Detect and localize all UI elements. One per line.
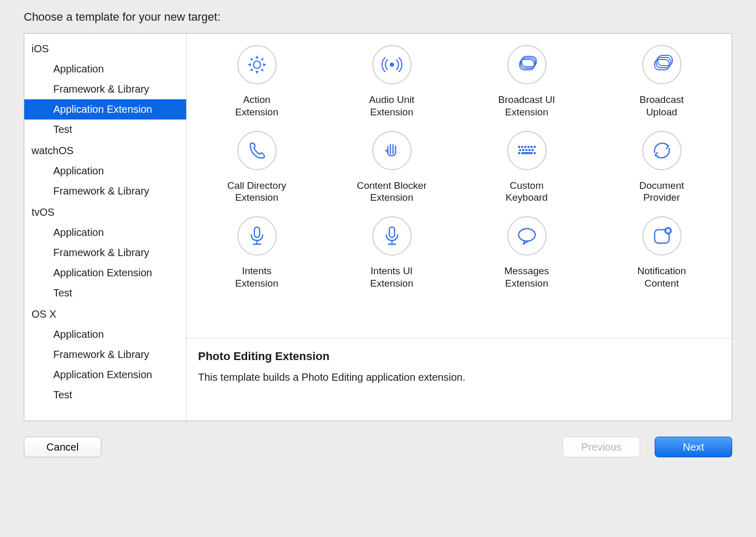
sidebar-group-label: tvOS bbox=[24, 201, 186, 222]
cancel-button[interactable]: Cancel bbox=[24, 437, 101, 457]
button-bar: Cancel Previous Next bbox=[24, 437, 732, 457]
sync-icon bbox=[642, 131, 682, 170]
sidebar-group-label: watchOS bbox=[24, 140, 186, 161]
template-item[interactable]: Broadcast UI Extension bbox=[462, 41, 592, 122]
sidebar-item[interactable]: Application bbox=[24, 59, 186, 79]
mic-icon bbox=[237, 216, 277, 256]
description-panel: Photo Editing Extension This template bu… bbox=[187, 338, 732, 421]
mic-icon bbox=[372, 216, 412, 256]
sidebar-item[interactable]: Framework & Library bbox=[24, 79, 186, 99]
template-label: Broadcast Upload bbox=[640, 94, 684, 118]
template-label: Intents Extension bbox=[235, 265, 278, 290]
template-item[interactable]: Custom Keyboard bbox=[462, 127, 592, 207]
description-body: This template builds a Photo Editing app… bbox=[198, 371, 720, 383]
sidebar-item[interactable]: Test bbox=[24, 120, 186, 140]
chat-icon bbox=[507, 216, 547, 256]
phone-icon bbox=[237, 131, 277, 170]
sidebar-item[interactable]: Application Extension bbox=[24, 99, 186, 120]
audio-icon bbox=[372, 45, 412, 84]
template-item[interactable]: Document Provider bbox=[597, 127, 727, 207]
sidebar-item[interactable]: Application bbox=[24, 222, 186, 243]
template-label: Document Provider bbox=[639, 180, 684, 204]
right-buttons: Previous Next bbox=[563, 437, 732, 457]
sidebar-item[interactable]: Framework & Library bbox=[24, 243, 186, 263]
template-label: Action Extension bbox=[235, 94, 278, 118]
template-chooser-sheet: Choose a template for your new target: i… bbox=[4, 0, 752, 533]
sidebar-item[interactable]: Framework & Library bbox=[24, 181, 186, 201]
template-label: Custom Keyboard bbox=[506, 180, 548, 204]
template-item[interactable]: Intents Extension bbox=[192, 212, 322, 293]
template-item[interactable]: Call Directory Extension bbox=[192, 127, 322, 207]
sheet-title: Choose a template for your new target: bbox=[4, 0, 752, 33]
template-item[interactable]: Action Extension bbox=[192, 41, 322, 122]
template-label: Intents UI Extension bbox=[370, 265, 413, 290]
main-area: Action ExtensionAudio Unit ExtensionBroa… bbox=[187, 34, 732, 421]
template-item[interactable]: Broadcast Upload bbox=[597, 41, 727, 122]
gear-icon bbox=[237, 45, 277, 84]
sidebar-item[interactable]: Application Extension bbox=[24, 263, 186, 283]
template-label: Content Blocker Extension bbox=[357, 180, 427, 204]
description-title: Photo Editing Extension bbox=[198, 350, 720, 363]
notification-icon bbox=[642, 216, 682, 256]
template-label: Messages Extension bbox=[504, 265, 549, 290]
broadcast-upload-icon bbox=[642, 45, 682, 84]
hand-icon bbox=[372, 131, 412, 170]
sidebar-item[interactable]: Framework & Library bbox=[24, 345, 186, 365]
broadcast-ui-icon bbox=[507, 45, 547, 84]
template-item[interactable]: Content Blocker Extension bbox=[327, 127, 457, 207]
template-item[interactable]: Intents UI Extension bbox=[327, 212, 457, 293]
template-item[interactable]: Messages Extension bbox=[462, 212, 592, 293]
previous-button: Previous bbox=[563, 437, 640, 457]
template-label: Notification Content bbox=[638, 265, 686, 290]
keyboard-icon bbox=[507, 131, 547, 170]
category-sidebar: iOSApplicationFramework & LibraryApplica… bbox=[24, 34, 187, 421]
template-label: Call Directory Extension bbox=[227, 180, 286, 204]
next-button[interactable]: Next bbox=[655, 437, 732, 457]
template-label: Audio Unit Extension bbox=[369, 94, 415, 118]
content-box: iOSApplicationFramework & LibraryApplica… bbox=[24, 33, 732, 421]
sidebar-item[interactable]: Application bbox=[24, 324, 186, 345]
template-label: Broadcast UI Extension bbox=[498, 94, 555, 118]
sidebar-group-label: iOS bbox=[24, 38, 186, 59]
sidebar-group-label: OS X bbox=[24, 303, 186, 324]
template-item[interactable]: Notification Content bbox=[597, 212, 727, 293]
sidebar-item[interactable]: Test bbox=[24, 385, 186, 405]
sidebar-item[interactable]: Test bbox=[24, 283, 186, 303]
sidebar-item[interactable]: Application bbox=[24, 161, 186, 181]
template-item[interactable]: Audio Unit Extension bbox=[327, 41, 457, 122]
template-grid: Action ExtensionAudio Unit ExtensionBroa… bbox=[187, 34, 732, 338]
sidebar-item[interactable]: Application Extension bbox=[24, 365, 186, 385]
